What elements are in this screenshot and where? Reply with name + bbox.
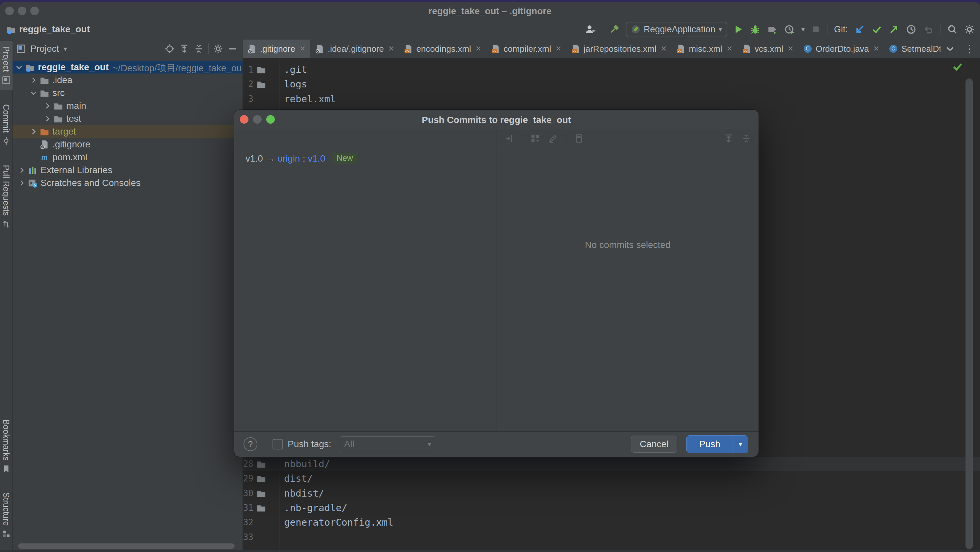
stripe-top-group: ProjectCommitPull Requests <box>0 41 13 233</box>
pane-splitter[interactable] <box>496 129 497 431</box>
tab-close-icon[interactable]: ✕ <box>727 45 733 53</box>
editor-tab[interactable]: .idea/.gitignore✕ <box>310 40 399 58</box>
tree-row-reggie-take-out[interactable]: reggie_take_out~/Desktop/项目/reggie_take_… <box>13 61 243 73</box>
tab-close-icon[interactable]: ✕ <box>299 45 305 53</box>
editor-line-1[interactable]: 1.git <box>243 62 980 77</box>
tab-list-chevron-icon[interactable] <box>944 43 956 54</box>
search-everywhere-icon[interactable] <box>947 24 958 35</box>
tree-row-external-libraries[interactable]: External Libraries <box>13 164 243 176</box>
edit-commit-icon <box>548 134 558 144</box>
editor-tab[interactable]: <>encodings.xml✕ <box>399 40 486 58</box>
tree-row-pom-xml[interactable]: mpom.xml <box>13 151 243 164</box>
run-options-chevron-icon[interactable]: ▾ <box>802 26 805 33</box>
locate-file-icon[interactable] <box>165 44 175 54</box>
chevron-right-icon[interactable] <box>43 102 52 110</box>
ignored-file-icon <box>315 44 325 54</box>
editor-line-33[interactable]: 33 <box>243 530 980 544</box>
git-push-button[interactable] <box>889 24 899 35</box>
directory-gutter-icon <box>256 488 266 499</box>
tab-close-icon[interactable]: ✕ <box>788 45 794 53</box>
directory-gutter-icon <box>256 65 266 76</box>
tab-close-icon[interactable]: ✕ <box>661 45 667 53</box>
project-view-chevron-icon[interactable]: ▾ <box>64 45 67 53</box>
cancel-button[interactable]: Cancel <box>631 436 677 453</box>
tree-row--idea[interactable]: .idea <box>13 73 243 86</box>
tab-close-icon[interactable]: ✕ <box>555 45 562 53</box>
more-options-kebab-icon[interactable]: ⋮ <box>964 43 975 55</box>
no-commits-message: No commits selected <box>497 240 759 250</box>
user-account-icon[interactable] <box>585 24 595 35</box>
tree-row-main[interactable]: main <box>13 99 243 112</box>
remote-branch-link[interactable]: v1.0 <box>308 153 325 164</box>
chevron-right-icon[interactable] <box>29 76 38 85</box>
chevron-down-icon[interactable] <box>14 63 24 72</box>
editor-tab[interactable]: <>vcs.xml✕ <box>737 40 798 58</box>
project-view-title[interactable]: Project <box>30 43 59 54</box>
settings-gear-icon[interactable] <box>964 24 975 35</box>
git-history-button[interactable] <box>906 24 916 35</box>
chevron-right-icon[interactable] <box>17 179 26 187</box>
tool-window-button-structure[interactable]: Structure <box>0 487 13 543</box>
tree-item-label: .gitignore <box>52 139 90 150</box>
run-button[interactable] <box>733 24 743 34</box>
hide-panel-icon[interactable] <box>228 44 238 54</box>
module-icon <box>25 62 35 72</box>
tool-window-button-pull-requests[interactable]: Pull Requests <box>0 160 13 233</box>
editor-line-31[interactable]: 31.nb-gradle/ <box>243 501 980 515</box>
build-hammer-icon[interactable] <box>609 24 619 35</box>
panel-settings-gear-icon[interactable] <box>213 44 223 54</box>
editor-tab[interactable]: COrderDto.java✕ <box>798 40 884 58</box>
editor-tab[interactable]: <>jarRepositories.xml✕ <box>566 40 671 58</box>
tree-row-src[interactable]: src <box>13 86 243 99</box>
tags-select: All ▾ <box>340 436 435 452</box>
dialog-titlebar: Push Commits to reggie_take_out <box>234 110 759 129</box>
push-button[interactable]: Push <box>687 436 733 453</box>
inspections-ok-icon[interactable] <box>952 61 964 74</box>
tab-close-icon[interactable]: ✕ <box>873 45 879 53</box>
tree-row-target[interactable]: target <box>13 125 243 138</box>
tool-window-button-commit[interactable]: Commit <box>0 99 13 150</box>
chevron-right-icon[interactable] <box>17 166 26 174</box>
project-widget[interactable]: reggie_take_out <box>6 24 90 35</box>
remote-link[interactable]: origin <box>277 153 300 164</box>
chevron-down-icon[interactable] <box>29 89 38 97</box>
push-options-chevron-icon[interactable]: ▾ <box>733 436 748 453</box>
expand-all-icon[interactable] <box>179 44 189 54</box>
editor-line-3[interactable]: 3rebel.xml <box>243 92 980 106</box>
tool-window-button-project[interactable]: Project <box>0 41 13 90</box>
editor-vertical-scrollbar[interactable] <box>966 78 973 549</box>
local-branch: v1.0 <box>245 153 263 164</box>
chevron-right-icon[interactable] <box>29 127 38 136</box>
tab-close-icon[interactable]: ✕ <box>388 45 394 53</box>
run-with-coverage-button[interactable] <box>784 24 795 35</box>
editor-line-28[interactable]: 28nbbuild/ <box>243 457 980 471</box>
help-button[interactable]: ? <box>243 437 257 451</box>
editor-line-29[interactable]: 29dist/ <box>243 471 980 486</box>
editor-tab[interactable]: CSetmealDto.java✕ <box>884 40 940 58</box>
collapse-all-icon[interactable] <box>194 44 204 54</box>
tool-window-button-bookmarks[interactable]: Bookmarks <box>0 414 13 479</box>
profiler-button[interactable] <box>767 24 778 35</box>
git-update-button[interactable] <box>854 24 865 35</box>
git-commit-button[interactable] <box>872 24 882 35</box>
line-number: 31 <box>243 503 253 513</box>
editor-line-2[interactable]: 2logs <box>243 77 980 91</box>
tree-row-test[interactable]: test <box>13 112 243 125</box>
chevron-right-icon[interactable] <box>43 115 52 123</box>
push-tags-checkbox[interactable] <box>272 439 283 450</box>
tab-close-icon[interactable]: ✕ <box>476 45 481 53</box>
editor-tab[interactable]: .gitignore✕ <box>243 40 310 58</box>
editor-tab[interactable]: <>misc.xml✕ <box>671 40 737 58</box>
editor-line-30[interactable]: 30nbdist/ <box>243 486 980 501</box>
horizontal-scrollbar[interactable] <box>18 543 235 549</box>
status-bar-edge <box>0 550 980 552</box>
dialog-footer: ? Push tags: All ▾ Cancel Push ▾ <box>234 431 759 457</box>
project-tool-window: reggie_take_out~/Desktop/项目/reggie_take_… <box>13 58 243 552</box>
tree-row-scratches-and-consoles[interactable]: Scratches and Consoles <box>13 176 243 189</box>
debug-button[interactable] <box>750 24 760 35</box>
editor-line-32[interactable]: 32generatorConfig.xml <box>243 515 980 530</box>
svg-text:<>: <> <box>678 49 682 53</box>
tree-row--gitignore[interactable]: .gitignore <box>13 138 243 151</box>
editor-tab[interactable]: <>compiler.xml✕ <box>486 40 566 58</box>
run-configuration-select[interactable]: ReggieApplication ▾ <box>626 22 727 37</box>
